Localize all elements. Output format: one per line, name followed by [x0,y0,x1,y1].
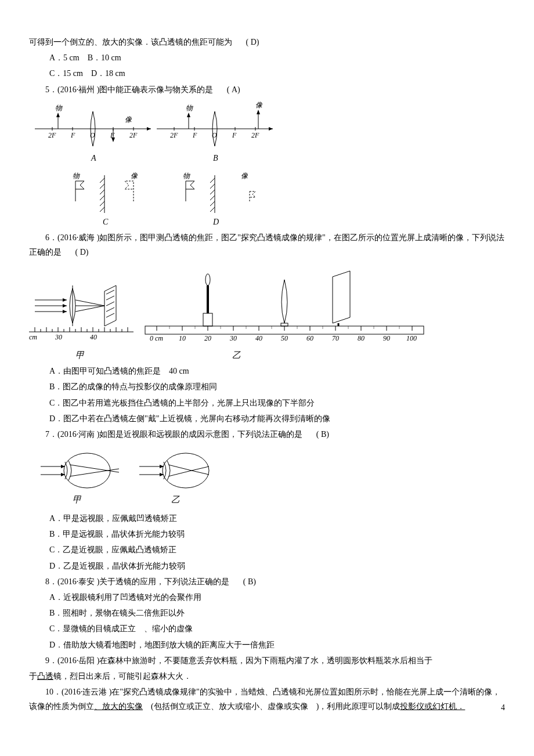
svg-line-50 [106,302,114,306]
q5b-2f1: 2F [170,131,178,139]
svg-line-112 [192,466,209,471]
q10-u1: 、放大的实像 [94,702,143,711]
img-label-a: 像 [125,115,132,124]
svg-point-105 [163,453,209,488]
svg-line-49 [106,296,114,300]
svg-line-34 [210,201,215,206]
q5a-2f1: 2F [48,131,56,139]
svg-line-30 [210,178,215,183]
q8-text-line: 8．(2016·泰安 )关于透镜的应用，下列说法正确的是 ( B) [29,574,505,589]
q8-opt-b: B．照相时，景物在镜头二倍焦距以外 [29,606,505,620]
q6y-50: 50 [281,334,288,342]
intro-line: 可得到一个倒立的、放大的实像．该凸透镜的焦距可能为 ( D) [29,35,505,49]
q7-opt-a: A．甲是远视眼，应佩戴凹透镜矫正 [29,511,505,526]
q7-text-line: 7．(2016·河南 )如图是近视眼和远视眼的成因示意图，下列说法正确的是 ( … [29,427,505,442]
q5-svg: 物 像 2F F O F 2F A 物 像 [29,100,279,227]
svg-line-104 [70,469,119,476]
q6y-70: 70 [332,334,339,342]
svg-marker-41 [63,304,67,308]
obj-label-c: 物 [73,172,80,180]
q6y-0: 0 cm [150,334,163,342]
q10-line: 10．(2016·连云港 )在"探究凸透镜成像规律"的实验中，当蜡烛、凸透镜和光… [29,685,505,714]
q8-opt-d: D．借助放大镜看地图时，地图到放大镜的距离应大于一倍焦距 [29,638,505,652]
page-number: 4 [501,700,505,715]
q6-cm: cm [29,333,37,341]
svg-line-24 [100,196,104,200]
svg-line-103 [70,465,119,472]
q5-label-a: A [91,154,96,162]
q6y-40: 40 [255,334,262,342]
q6-opt-b: B．图乙的成像的特点与投影仪的成像原理相同 [29,379,505,394]
q5-diagrams: 物 像 2F F O F 2F A 物 像 [29,100,505,227]
svg-line-26 [100,207,104,212]
q6-text-line: 6．(2016·威海 )如图所示，图甲测凸透镜的焦距，图乙"探究凸透镜成像的规律… [29,230,505,259]
q5-text-line: 5．(2016·福州 )图中能正确表示像与物关系的是 ( A) [29,82,505,97]
q7-svg: 甲 乙 [29,444,232,508]
svg-line-25 [100,201,104,206]
svg-line-48 [106,290,114,294]
q5b-f2: F [232,131,237,139]
svg-marker-3 [56,113,60,117]
q6y-60: 60 [306,334,313,342]
svg-point-93 [205,274,210,285]
q6-jia: 甲 [75,350,85,360]
q5b-f1: F [192,131,197,139]
obj-label-d: 物 [183,172,190,180]
q6-opt-c: C．图乙中若用遮光板挡住凸透镜的上半部分，光屏上只出现像的下半部分 [29,396,505,410]
q7-jia: 甲 [73,495,82,504]
svg-marker-1 [147,127,151,131]
svg-point-98 [64,453,110,488]
q6y-10: 10 [179,334,186,342]
q9-underline1: 凸透 [37,672,53,681]
q7-opt-c: C．乙是近视眼，应佩戴凸透镜矫正 [29,542,505,557]
q6-text: 6．(2016·威海 )如图所示，图甲测凸透镜的焦距，图乙"探究凸透镜成像的规律… [29,233,504,256]
svg-line-35 [210,207,215,212]
q5b-o: O [212,131,217,139]
q9-text-a: 9．(2016·岳阳 )在森林中旅游时，不要随意丢弃饮料瓶，因为下雨瓶内灌了水，… [45,656,432,665]
svg-line-32 [210,190,215,194]
q7-opt-d: D．乙是近视眼，晶状体折光能力较弱 [29,559,505,573]
q9-text-b: 镜，烈日出来后，可能引起森林大火． [53,672,192,681]
q5-label-b: B [213,154,218,162]
q9-line2: 于凸透镜，烈日出来后，可能引起森林大火． [29,669,505,683]
q5-label-c: C [103,218,109,226]
q7-opt-b: B．甲是远视眼，晶状体折光能力较弱 [29,527,505,541]
svg-line-47 [75,306,104,312]
obj-label-a: 物 [55,104,63,112]
svg-line-31 [210,184,215,189]
q4-options-2: C．15 cm D．18 cm [29,66,505,81]
img-label-b: 像 [255,101,262,109]
q5-text: 5．(2016·福州 )图中能正确表示像与物关系的是 [45,85,213,94]
svg-line-111 [168,471,192,476]
svg-line-33 [210,196,215,200]
q7-text: 7．(2016·河南 )如图是近视眼和远视眼的成因示意图，下列说法正确的是 [45,430,302,439]
q5-label-d: D [212,218,219,226]
q7-answer: ( B) [316,430,329,439]
q8-answer: ( B) [243,577,256,586]
svg-line-51 [106,308,114,312]
q7-yi: 乙 [171,495,180,504]
q5a-2f2: 2F [129,131,138,139]
svg-rect-95 [203,313,212,326]
q7-diagram: 甲 乙 [29,444,505,508]
q6-answer: ( D) [75,248,89,256]
q6y-100: 100 [406,334,417,342]
q6-r40: 40 [90,333,97,341]
svg-line-22 [100,184,104,189]
q5-answer: ( A) [227,85,240,94]
img-label-c: 像 [131,172,138,180]
svg-marker-11 [269,127,273,131]
img-label-d: 像 [241,172,248,180]
intro-text: 可得到一个倒立的、放大的实像．该凸透镜的焦距可能为 [29,38,232,46]
q6-opt-a: A．由图甲可知凸透镜的焦距是 40 cm [29,364,505,378]
q6-opt-d: D．图乙中若在凸透镜左侧"戴"上近视镜，光屏向右移动才能再次得到清晰的像 [29,411,505,426]
q9-cont: 于 [29,672,37,681]
svg-marker-43 [63,310,67,313]
q8-text: 8．(2016·泰安 )关于透镜的应用，下列说法正确的是 [45,577,229,586]
q6-svg: cm 30 40 甲 0 cm 10 20 30 40 50 60 70 [29,262,435,361]
q5a-f1: F [70,131,75,139]
svg-line-21 [100,178,104,183]
q6y-90: 90 [383,334,390,342]
svg-line-113 [192,471,209,475]
obj-label-b: 物 [186,104,193,112]
